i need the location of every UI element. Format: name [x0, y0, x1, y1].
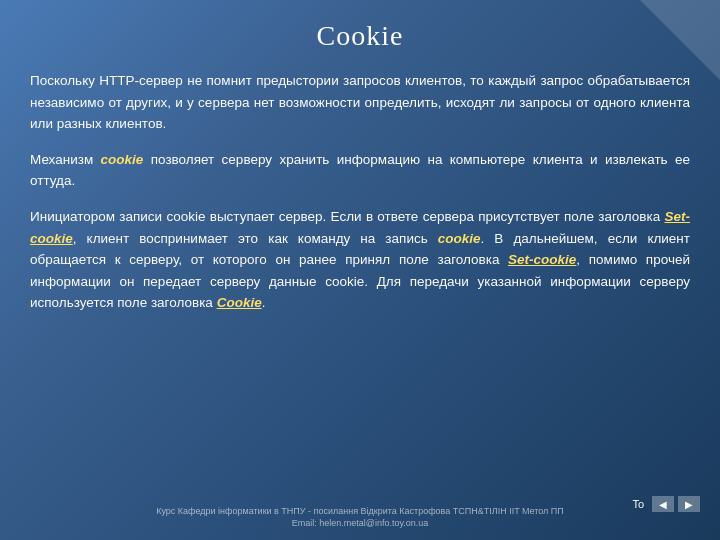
p3-cookie2: Cookie — [217, 295, 262, 310]
paragraph-1: Поскольку HTTP-сервер не помнит предысто… — [30, 70, 690, 135]
p3-text1: Инициатором записи cookie выступает серв… — [30, 209, 664, 224]
paragraph-2: Механизм cookie позволяет серверу хранит… — [30, 149, 690, 192]
corner-decoration — [640, 0, 720, 80]
prev-arrow-button[interactable]: ◀ — [652, 496, 674, 512]
footer: Курс Кафедри інформатики в ТНПУ - посила… — [0, 505, 720, 530]
to-label: To — [632, 498, 644, 510]
p2-text-before: Механизм — [30, 152, 101, 167]
paragraph-3: Инициатором записи cookie выступает серв… — [30, 206, 690, 314]
slide-content: Поскольку HTTP-сервер не помнит предысто… — [30, 70, 690, 490]
p3-cookie1: cookie — [438, 231, 481, 246]
p3-text5: . — [262, 295, 266, 310]
next-arrow-button[interactable]: ▶ — [678, 496, 700, 512]
p3-text2: , клиент воспринимает это как команду на… — [73, 231, 438, 246]
footer-line1: Курс Кафедри інформатики в ТНПУ - посила… — [0, 505, 720, 518]
p1-text: Поскольку HTTP-сервер не помнит предысто… — [30, 73, 690, 131]
slide-title: Cookie — [30, 20, 690, 52]
navigation-arrows: To ◀ ▶ — [632, 496, 700, 512]
slide-container: Cookie Поскольку HTTP-сервер не помнит п… — [0, 0, 720, 540]
p2-cookie-bold: cookie — [101, 152, 144, 167]
p3-setcookie2: Set-cookie — [508, 252, 576, 267]
footer-line2: Email: helen.metal@info.toy.on.ua — [0, 517, 720, 530]
